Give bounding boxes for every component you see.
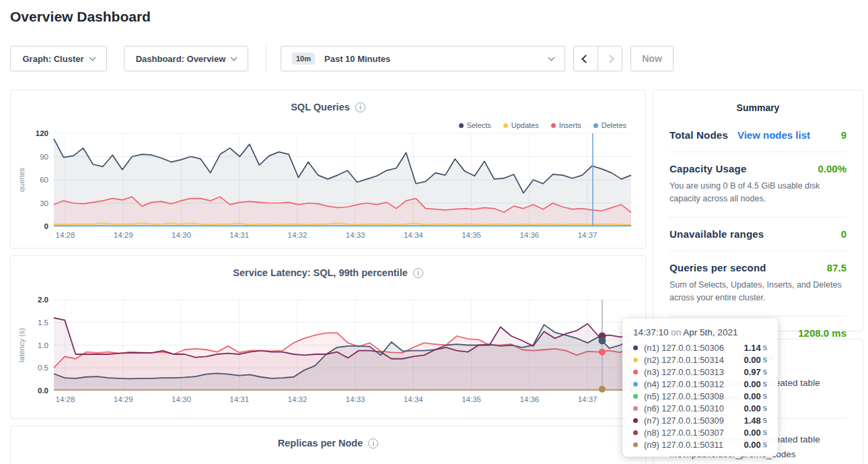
node-latency-value: 0.00 <box>744 379 760 389</box>
tooltip-node-row: (n1) 127.0.0.1:503061.14s <box>633 341 767 354</box>
node-latency-unit: s <box>763 391 767 401</box>
tooltip-timestamp: 14:37:10 on Apr 5th, 2021 <box>633 327 767 337</box>
svg-text:90: 90 <box>40 153 48 161</box>
node-address-label: (n9) 127.0.0.1:50311 <box>644 440 723 450</box>
node-address-label: (n2) 127.0.0.1:50314 <box>644 355 724 365</box>
toolbar-divider <box>266 44 266 73</box>
view-nodes-list-link[interactable]: View nodes list <box>737 129 810 141</box>
svg-text:14:30: 14:30 <box>172 231 191 239</box>
unavailable-ranges-value: 0 <box>841 228 846 240</box>
sql-queries-title: SQL Queries <box>291 102 350 112</box>
tooltip-node-rows: (n1) 127.0.0.1:503061.14s(n2) 127.0.0.1:… <box>633 341 767 451</box>
svg-text:14:37: 14:37 <box>578 395 598 403</box>
svg-text:0.5: 0.5 <box>38 364 48 372</box>
replicas-per-node-card: Replicas per Node i <box>10 426 646 464</box>
node-series-dot-icon <box>633 442 638 447</box>
node-latency-value: 1.14 <box>744 343 760 353</box>
svg-text:14:33: 14:33 <box>346 231 365 239</box>
node-address-label: (n5) 127.0.0.1:50308 <box>644 391 724 401</box>
time-next-button[interactable] <box>598 46 622 71</box>
node-series-dot-icon <box>633 358 638 362</box>
time-range-badge: 10m <box>292 53 315 65</box>
total-nodes-label: Total Nodes <box>670 129 728 141</box>
node-latency-unit: s <box>763 343 767 352</box>
graph-scope-label: Graph: Cluster <box>22 54 83 64</box>
node-latency-value: 0.00 <box>744 440 760 450</box>
info-icon[interactable]: i <box>413 268 423 278</box>
svg-text:30: 30 <box>40 199 48 207</box>
inserts-dot-icon <box>551 123 556 128</box>
node-series-dot-icon <box>633 394 638 399</box>
unavailable-ranges-label: Unavailable ranges <box>670 228 764 240</box>
divider <box>670 217 846 218</box>
chevron-down-icon <box>89 54 96 61</box>
svg-text:14:36: 14:36 <box>519 395 539 403</box>
summary-title: Summary <box>670 102 846 113</box>
node-series-dot-icon <box>633 370 638 374</box>
service-latency-chart[interactable]: 14:2814:2914:3014:3114:3214:3314:3414:35… <box>11 294 645 418</box>
node-latency-value: 0.00 <box>744 355 760 365</box>
queries-per-second-value: 87.5 <box>827 262 846 273</box>
tooltip-node-row: (n2) 127.0.0.1:503140.00s <box>633 354 767 366</box>
svg-text:1.0: 1.0 <box>38 341 48 350</box>
dashboard-dropdown[interactable]: Dashboard: Overview <box>124 46 248 71</box>
node-address-label: (n7) 127.0.0.1:50309 <box>644 416 724 426</box>
svg-text:14:32: 14:32 <box>288 231 308 239</box>
node-latency-value: 0.00 <box>744 403 760 413</box>
node-latency-value: 1.48 <box>744 416 760 426</box>
queries-per-second-row: Queries per second 87.5 <box>670 262 846 273</box>
capacity-usage-row: Capacity Usage 0.00% <box>670 163 846 174</box>
svg-text:14:28: 14:28 <box>56 395 75 403</box>
chevron-left-icon <box>581 55 590 63</box>
tooltip-node-row: (n8) 127.0.0.1:503070.00s <box>633 426 767 438</box>
svg-text:latency (s): latency (s) <box>17 328 26 362</box>
tooltip-node-row: (n4) 127.0.0.1:503120.00s <box>633 378 767 390</box>
svg-text:60: 60 <box>40 176 48 184</box>
unavailable-ranges-row: Unavailable ranges 0 <box>670 228 846 240</box>
tooltip-node-row: (n6) 127.0.0.1:503100.00s <box>633 402 767 414</box>
node-latency-unit: s <box>763 379 767 389</box>
node-latency-unit: s <box>763 428 767 437</box>
selects-dot-icon <box>459 123 464 128</box>
svg-text:120: 120 <box>36 129 48 137</box>
node-address-label: (n8) 127.0.0.1:50307 <box>644 428 724 438</box>
node-address-label: (n3) 127.0.0.1:50313 <box>644 367 724 377</box>
now-button[interactable]: Now <box>630 46 674 71</box>
capacity-usage-value: 0.00% <box>818 163 846 174</box>
svg-text:14:35: 14:35 <box>462 231 481 239</box>
time-prev-button[interactable] <box>573 46 598 71</box>
p99-latency-value: 1208.0 ms <box>798 327 846 339</box>
total-nodes-value: 9 <box>841 129 846 141</box>
tooltip-node-row: (n5) 127.0.0.1:503080.00s <box>633 390 767 402</box>
info-icon[interactable]: i <box>355 102 365 112</box>
graph-scope-dropdown[interactable]: Graph: Cluster <box>10 46 107 71</box>
svg-text:14:33: 14:33 <box>346 395 365 403</box>
divider <box>670 251 846 251</box>
updates-dot-icon <box>503 123 508 128</box>
summary-panel: Summary Total Nodes View nodes list 9 Ca… <box>653 90 863 331</box>
tooltip-on: on <box>669 327 684 337</box>
sql-queries-chart[interactable]: 14:2814:2914:3014:3114:3214:3314:3414:35… <box>11 128 645 252</box>
replicas-title: Replicas per Node <box>278 438 363 449</box>
svg-text:14:32: 14:32 <box>288 395 308 403</box>
capacity-usage-description: You are using 0 B of 4.5 GiB usable disk… <box>670 180 846 206</box>
svg-text:0.0: 0.0 <box>38 387 48 395</box>
node-latency-value: 0.00 <box>744 391 760 401</box>
node-series-dot-icon <box>633 345 638 350</box>
svg-text:14:29: 14:29 <box>114 231 133 239</box>
queries-per-second-label: Queries per second <box>670 262 766 273</box>
sql-queries-card: SQL Queries i Selects Updates Inserts De… <box>10 90 646 248</box>
chevron-down-icon <box>231 54 238 61</box>
deletes-dot-icon <box>593 123 598 128</box>
node-address-label: (n4) 127.0.0.1:50312 <box>644 379 724 389</box>
time-range-selector[interactable]: 10m Past 10 Minutes <box>281 46 565 71</box>
node-latency-unit: s <box>763 367 767 376</box>
svg-text:14:36: 14:36 <box>519 231 539 239</box>
node-address-label: (n6) 127.0.0.1:50310 <box>644 403 724 413</box>
info-icon[interactable]: i <box>368 438 378 449</box>
svg-text:14:34: 14:34 <box>404 395 423 403</box>
node-series-dot-icon <box>633 382 638 387</box>
sql-queries-title-row: SQL Queries i <box>11 102 645 112</box>
svg-text:14:30: 14:30 <box>172 395 191 403</box>
dashboard-label: Dashboard: Overview <box>136 54 226 64</box>
